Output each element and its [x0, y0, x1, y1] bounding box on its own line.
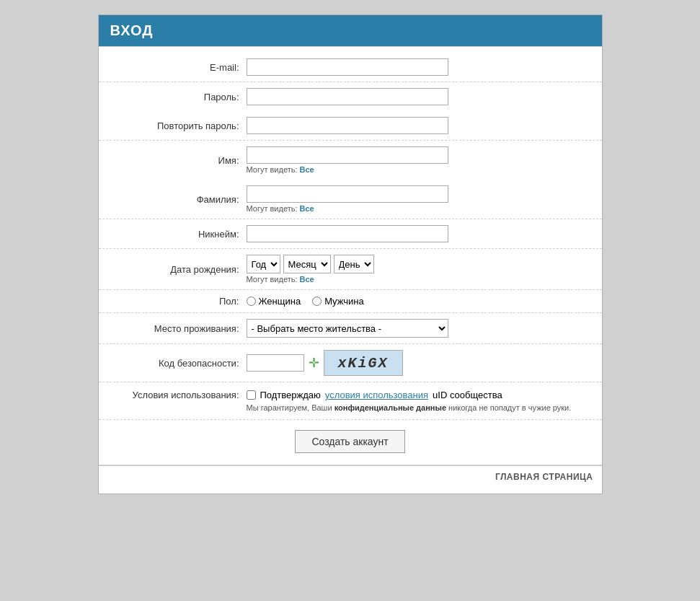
surname-label: Фамилия: [113, 194, 247, 205]
birthday-label: Дата рождения: [113, 264, 247, 275]
name-label: Имя: [113, 155, 247, 166]
home-link[interactable]: ГЛАВНАЯ СТРАНИЦА [495, 472, 593, 482]
terms-link[interactable]: условия использования [325, 390, 428, 400]
gender-male-label[interactable]: Мужчина [312, 296, 364, 307]
name-section: Имя: Могут видеть: Все Фамилия: Могут ви… [99, 141, 602, 219]
birthday-visibility-link[interactable]: Все [300, 275, 314, 284]
name-visibility-label: Могут видеть: Все [247, 165, 588, 174]
terms-field-wrap: Подтверждаю условия использования uID со… [247, 390, 588, 412]
confirm-password-field-wrap [247, 117, 588, 134]
terms-line: Подтверждаю условия использования uID со… [247, 390, 588, 400]
terms-note: Мы гарантируем, Ваши конфиденциальные да… [247, 403, 588, 412]
birthday-field-wrap: Год Месяц День Могут видеть: Все [247, 255, 588, 284]
birthday-visibility-label: Могут видеть: Все [247, 275, 588, 284]
email-row: E-mail: [99, 53, 602, 82]
terms-row: Условия использования: Подтверждаю услов… [99, 382, 602, 420]
terms-confirm-text: Подтверждаю [260, 390, 321, 400]
gender-label: Пол: [113, 296, 247, 307]
location-field-wrap: - Выбрать место жительства - [247, 319, 588, 338]
form-title: ВХОД [110, 22, 154, 38]
form-header: ВХОД [99, 15, 602, 47]
nickname-field-wrap [247, 225, 588, 242]
confirm-password-row: Повторить пароль: [99, 111, 602, 140]
captcha-controls: ✛ xKiGX [247, 350, 588, 376]
captcha-image: xKiGX [324, 350, 403, 376]
nickname-row: Никнейм: [99, 219, 602, 249]
email-input[interactable] [247, 58, 448, 76]
password-row: Пароль: [99, 82, 602, 111]
terms-checkbox[interactable] [247, 390, 256, 400]
location-label: Место проживания: [113, 323, 247, 334]
gender-female-radio[interactable] [247, 297, 256, 306]
password-field-wrap [247, 88, 588, 105]
password-label: Пароль: [113, 92, 247, 102]
name-visibility-link[interactable]: Все [300, 165, 314, 174]
nickname-input[interactable] [247, 225, 448, 242]
location-row: Место проживания: - Выбрать место житель… [99, 313, 602, 344]
birthday-year-select[interactable]: Год [247, 255, 280, 273]
captcha-label: Код безопасности: [113, 358, 247, 369]
captcha-input[interactable] [247, 354, 304, 372]
footer-row: ГЛАВНАЯ СТРАНИЦА [99, 465, 602, 488]
confirm-password-label: Повторить пароль: [113, 120, 247, 131]
gender-field-wrap: Женщина Мужчина [247, 296, 588, 307]
birthday-month-select[interactable]: Месяц [283, 255, 331, 273]
captcha-row: Код безопасности: ✛ xKiGX [99, 344, 602, 382]
submit-button[interactable]: Создать аккаунт [295, 430, 404, 453]
terms-service-text: uID сообщества [433, 390, 502, 400]
confirm-password-input[interactable] [247, 117, 448, 134]
gender-male-text: Мужчина [324, 296, 364, 307]
surname-field-wrap: Могут видеть: Все [247, 185, 588, 213]
gender-male-radio[interactable] [312, 297, 322, 306]
name-field-wrap: Могут видеть: Все [247, 146, 588, 174]
password-input[interactable] [247, 88, 448, 105]
name-input[interactable] [247, 146, 448, 164]
form-body: E-mail: Пароль: Повторить пароль: [99, 47, 602, 493]
birthday-selects: Год Месяц День [247, 255, 588, 273]
email-field-wrap [247, 58, 588, 76]
registration-form: ВХОД E-mail: Пароль: Повторить пароль: [98, 14, 603, 494]
surname-visibility-link[interactable]: Все [300, 204, 314, 213]
location-select[interactable]: - Выбрать место жительства - [247, 319, 448, 338]
birthday-day-select[interactable]: День [334, 255, 374, 273]
terms-label: Условия использования: [113, 390, 247, 400]
name-row: Имя: Могут видеть: Все [99, 141, 602, 180]
surname-row: Фамилия: Могут видеть: Все [99, 180, 602, 219]
birthday-row: Дата рождения: Год Месяц День Могут виде… [99, 249, 602, 290]
email-label: E-mail: [113, 62, 247, 73]
captcha-text: xKiGX [337, 355, 388, 372]
password-section: Пароль: Повторить пароль: [99, 82, 602, 141]
submit-row: Создать аккаунт [99, 420, 602, 465]
captcha-refresh-icon[interactable]: ✛ [309, 355, 319, 371]
gender-radio-group: Женщина Мужчина [247, 296, 588, 307]
gender-female-label[interactable]: Женщина [247, 296, 301, 307]
surname-visibility-label: Могут видеть: Все [247, 204, 588, 213]
gender-row: Пол: Женщина Мужчина [99, 290, 602, 313]
gender-female-text: Женщина [259, 296, 301, 307]
surname-input[interactable] [247, 185, 448, 203]
nickname-label: Никнейм: [113, 229, 247, 240]
captcha-field-wrap: ✛ xKiGX [247, 350, 588, 376]
